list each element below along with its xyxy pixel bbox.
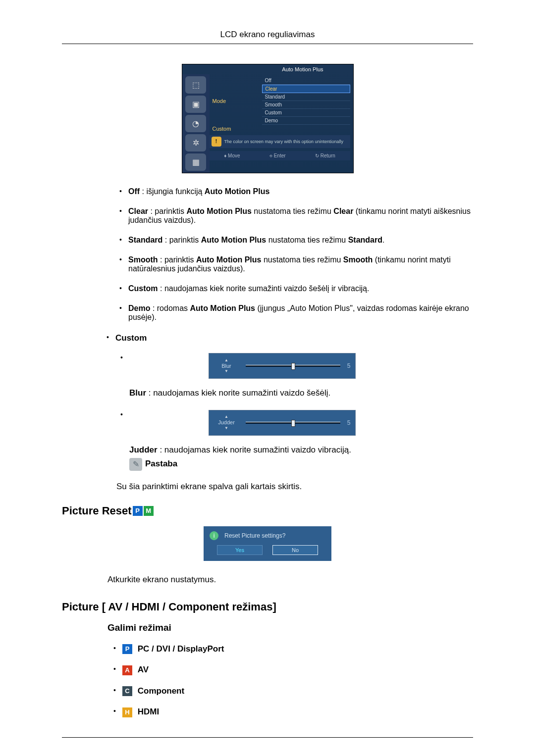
osd-footer: ♦ Move ⎆ Enter ↻ Return bbox=[210, 151, 350, 160]
judder-value: 5 bbox=[342, 419, 355, 427]
note-label: Pastaba bbox=[145, 458, 177, 470]
osd-move: ♦ Move bbox=[224, 153, 240, 158]
slider-thumb bbox=[291, 420, 295, 427]
judder-slider: ▲ Judder ▼ 5 bbox=[209, 410, 356, 436]
arrow-up-icon: ▲ bbox=[209, 415, 244, 419]
judder-label: Judder bbox=[209, 419, 244, 426]
osd-icon-multi: ▦ bbox=[185, 153, 206, 171]
warning-icon: ! bbox=[212, 137, 221, 147]
arrow-up-icon: ▲ bbox=[209, 358, 244, 362]
reset-question: Reset Picture settings? bbox=[224, 532, 285, 539]
slider-thumb bbox=[291, 363, 295, 370]
badge-p-icon: P bbox=[122, 644, 132, 654]
badge-m-icon: M bbox=[144, 506, 154, 516]
picture-mode-heading: Picture [ AV / HDMI / Component režimas] bbox=[62, 601, 473, 613]
mode-pc: P PC / DVI / DisplayPort bbox=[122, 644, 473, 655]
mode-av: A AV bbox=[122, 665, 473, 675]
osd-option-smooth: Smooth bbox=[262, 101, 350, 109]
note-row: ✎ Pastaba bbox=[129, 458, 473, 471]
osd-enter: ⎆ Enter bbox=[269, 153, 286, 158]
bullet-custom-def: Custom : naudojamas kiek norite sumažint… bbox=[128, 284, 473, 293]
mode-component: C Component bbox=[122, 686, 473, 697]
bullet-demo: Demo : rodomas Auto Motion Plus (įjungus… bbox=[128, 304, 473, 322]
badge-c-icon: C bbox=[122, 686, 132, 696]
page-header: LCD ekrano reguliavimas bbox=[62, 30, 473, 44]
reset-no-button: No bbox=[272, 545, 318, 555]
blur-label: Blur bbox=[209, 362, 244, 370]
badge-p-icon: P bbox=[133, 506, 143, 516]
osd-sidebar: ⬚ ▣ ◔ ✲ ▦ bbox=[182, 74, 210, 173]
osd-warning-text: The color on screen may vary with this o… bbox=[224, 139, 344, 144]
reset-yes-button: Yes bbox=[217, 545, 263, 555]
footer-divider bbox=[62, 737, 473, 738]
osd-option-standard: Standard bbox=[262, 93, 350, 101]
bullet-off: Off : išjungia funkciją Auto Motion Plus bbox=[128, 187, 473, 196]
osd-mode-label: Mode bbox=[210, 98, 262, 104]
osd-icon-input: ⬚ bbox=[185, 76, 206, 94]
osd-warning: ! The color on screen may vary with this… bbox=[210, 135, 350, 148]
arrow-down-icon: ▼ bbox=[209, 369, 244, 373]
custom-heading: Custom ▲ Blur ▼ 5 Blur : naudojamas kiek… bbox=[115, 333, 473, 471]
slider-track bbox=[246, 422, 340, 424]
osd-option-custom: Custom bbox=[262, 109, 350, 117]
osd-option-off: Off bbox=[262, 77, 350, 85]
judder-item: ▲ Judder ▼ 5 Judder : naudojamas kiek no… bbox=[129, 410, 473, 471]
badge-a-icon: A bbox=[122, 665, 132, 675]
bullet-smooth: Smooth : parinktis Auto Motion Plus nust… bbox=[128, 255, 473, 273]
document-page: LCD ekrano reguliavimas Auto Motion Plus… bbox=[0, 0, 535, 756]
picture-reset-heading: Picture Reset P M bbox=[62, 504, 473, 517]
info-icon: i bbox=[210, 531, 218, 540]
bullet-standard: Standard : parinktis Auto Motion Plus nu… bbox=[128, 236, 473, 245]
bullet-clear: Clear : parinktis Auto Motion Plus nusta… bbox=[128, 207, 473, 225]
osd-custom-label: Custom bbox=[210, 126, 262, 132]
osd-option-clear: Clear bbox=[262, 85, 350, 93]
osd-option-demo: Demo bbox=[262, 117, 350, 125]
restore-text: Atkurkite ekrano nustatymus. bbox=[107, 575, 473, 585]
blur-value: 5 bbox=[342, 362, 355, 370]
blur-item: ▲ Blur ▼ 5 Blur : naudojamas kiek norite… bbox=[129, 353, 473, 399]
osd-return: ↻ Return bbox=[315, 153, 335, 158]
osd-screenshot: Auto Motion Plus ⬚ ▣ ◔ ✲ ▦ Mode Off Clea… bbox=[182, 64, 354, 173]
osd-icon-time: ◔ bbox=[185, 115, 206, 132]
osd-title: Auto Motion Plus bbox=[182, 64, 353, 74]
note-icon: ✎ bbox=[129, 458, 142, 471]
badge-h-icon: H bbox=[122, 707, 132, 717]
osd-icon-setup: ✲ bbox=[185, 134, 206, 151]
reset-dialog: i Reset Picture settings? Yes No bbox=[204, 526, 331, 561]
slider-track bbox=[246, 365, 340, 367]
blur-slider: ▲ Blur ▼ 5 bbox=[209, 353, 356, 379]
osd-icon-picture: ▣ bbox=[185, 96, 206, 113]
mode-hdmi: H HDMI bbox=[122, 707, 473, 717]
arrow-down-icon: ▼ bbox=[209, 426, 244, 430]
available-modes-heading: Galimi režimai bbox=[107, 622, 473, 633]
note-text: Su šia parinktimi ekrane spalva gali kar… bbox=[116, 482, 473, 492]
